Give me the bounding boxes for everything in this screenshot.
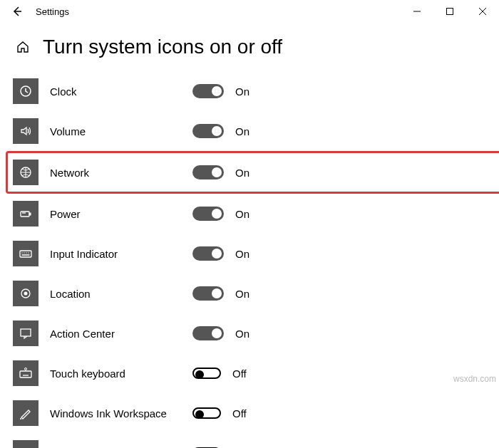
action-center-icon: [13, 321, 38, 346]
svg-point-13: [25, 368, 27, 370]
back-button[interactable]: [6, 0, 29, 23]
page-header: Turn system icons on or off: [0, 23, 499, 71]
toggle-state-label: On: [235, 288, 250, 300]
maximize-icon: [446, 8, 453, 15]
setting-row-clock: ClockOn: [13, 71, 486, 111]
keyboard-icon: [13, 241, 38, 266]
toggle-state-label: Off: [232, 368, 247, 380]
location-icon: [13, 281, 38, 306]
watermark: wsxdn.com: [453, 374, 496, 384]
toggle-clock[interactable]: [192, 84, 224, 98]
setting-label: Volume: [50, 125, 192, 137]
window-controls: [401, 0, 499, 23]
svg-rect-8: [20, 251, 31, 257]
titlebar: Settings: [0, 0, 499, 23]
toggle-input[interactable]: [192, 246, 224, 261]
back-arrow-icon: [11, 6, 23, 17]
setting-row-network: NetworkOn: [6, 151, 499, 194]
battery-icon: [13, 201, 38, 226]
globe-icon: [13, 160, 38, 185]
clock-icon: [13, 78, 38, 104]
settings-list: ClockOnVolumeOnNetworkOnPowerOnInput Ind…: [0, 71, 499, 448]
setting-row-action: Action CenterOn: [13, 313, 486, 353]
toggle-state-label: On: [235, 125, 250, 137]
setting-row-input: Input IndicatorOn: [13, 234, 486, 274]
toggle-state-label: On: [235, 248, 250, 260]
svg-rect-12: [20, 371, 31, 377]
home-button[interactable]: [13, 37, 33, 57]
toggle-state-label: On: [235, 208, 250, 220]
svg-rect-11: [21, 329, 31, 336]
setting-label: Input Indicator: [50, 248, 192, 260]
toggle-touchkb[interactable]: [192, 368, 221, 379]
touch-keyboard-icon: [13, 360, 38, 386]
toggle-state-label: On: [235, 167, 250, 179]
setting-label: Touch keyboard: [50, 368, 192, 380]
setting-row-volume: VolumeOn: [13, 111, 486, 151]
toggle-action[interactable]: [192, 326, 224, 340]
setting-label: Power: [50, 208, 192, 220]
setting-label: Network: [50, 167, 192, 179]
toggle-volume[interactable]: [192, 124, 224, 138]
minimize-button[interactable]: [401, 0, 433, 23]
setting-label: Windows Ink Workspace: [50, 407, 192, 420]
setting-row-ink: Windows Ink WorkspaceOff: [13, 393, 486, 433]
touchpad-icon: [13, 440, 38, 448]
setting-row-power: PowerOn: [13, 194, 486, 234]
app-title: Settings: [29, 6, 69, 17]
home-icon: [16, 40, 30, 54]
toggle-network[interactable]: [192, 165, 224, 179]
setting-label: Location: [50, 288, 192, 300]
ink-icon: [13, 400, 38, 426]
setting-label: Clock: [50, 85, 192, 98]
svg-rect-7: [29, 213, 31, 215]
svg-rect-6: [21, 212, 29, 217]
svg-rect-1: [447, 9, 453, 15]
setting-row-touchkb: Touch keyboardOff: [13, 353, 486, 393]
svg-point-10: [24, 292, 28, 296]
toggle-power[interactable]: [192, 207, 224, 221]
maximize-button[interactable]: [433, 0, 466, 23]
toggle-ink[interactable]: [192, 407, 221, 419]
volume-icon: [13, 118, 38, 144]
minimize-icon: [413, 8, 421, 15]
setting-row-location: LocationOn: [13, 274, 486, 313]
toggle-state-label: On: [235, 328, 250, 340]
page-title: Turn system icons on or off: [43, 36, 282, 58]
setting-label: Action Center: [50, 328, 192, 340]
toggle-location[interactable]: [192, 286, 224, 301]
toggle-state-label: On: [235, 85, 250, 98]
toggle-state-label: Off: [232, 407, 247, 420]
close-icon: [479, 8, 486, 15]
close-button[interactable]: [466, 0, 499, 23]
setting-row-touchpad: TouchpadOff: [13, 433, 486, 448]
